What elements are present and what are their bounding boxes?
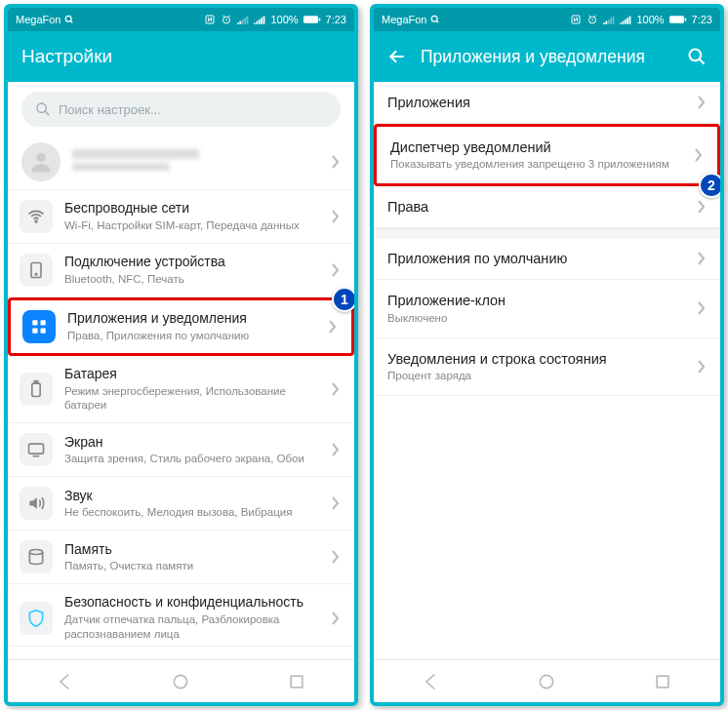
back-icon[interactable]	[387, 47, 407, 66]
step-badge-1: 1	[332, 287, 354, 312]
battery-row-icon	[20, 373, 53, 406]
chevron-right-icon	[331, 155, 341, 169]
row-sound[interactable]: Звук Не беспокоить, Мелодия вызова, Вибр…	[8, 477, 354, 531]
search-icon[interactable]	[687, 47, 707, 66]
row-display[interactable]: Экран Защита зрения, Стиль рабочего экра…	[8, 423, 354, 477]
row-storage[interactable]: Память Память, Очистка памяти	[8, 531, 354, 584]
row-sub: Датчик отпечатка пальца, Разблокировка р…	[64, 612, 319, 642]
row-title: Права	[387, 198, 685, 216]
display-icon	[20, 433, 53, 466]
row-title: Батарея	[64, 366, 319, 383]
row-notification-manager[interactable]: Диспетчер уведомлений Показывать уведомл…	[374, 124, 720, 186]
page-title: Приложения и уведомления	[421, 47, 645, 67]
avatar	[21, 142, 61, 181]
row-title: Диспетчер уведомлений	[390, 138, 682, 156]
search-mini-icon	[430, 15, 440, 24]
signal2-icon	[254, 15, 265, 24]
chevron-right-icon	[331, 496, 341, 510]
svg-point-23	[432, 16, 438, 21]
alarm-icon	[586, 14, 598, 25]
svg-point-29	[690, 50, 702, 61]
wifi-icon	[20, 200, 53, 233]
svg-line-24	[437, 20, 439, 22]
row-title: Память	[64, 541, 319, 559]
row-app-twin[interactable]: Приложение-клон Выключено	[374, 280, 720, 337]
svg-point-11	[35, 273, 37, 275]
row-title: Приложения по умолчанию	[387, 250, 685, 267]
signal-icon	[237, 15, 249, 24]
battery-icon	[669, 15, 687, 24]
row-statusbar-notif[interactable]: Уведомления и строка состояния Процент з…	[374, 338, 720, 396]
row-apps[interactable]: Приложения	[374, 82, 720, 124]
carrier-label: MegaFon	[382, 14, 426, 25]
phone-right: MegaFon 100% 7:23 Приложения и уведомлен…	[370, 4, 724, 706]
page-title: Настройки	[21, 46, 112, 67]
chevron-right-icon	[694, 148, 704, 162]
nav-back[interactable]	[56, 672, 75, 691]
row-sub: Показывать уведомления запрещено 3 прило…	[390, 157, 682, 172]
nav-home[interactable]	[537, 672, 556, 691]
row-title: Уведомления и строка состояния	[387, 350, 685, 368]
svg-rect-5	[318, 19, 320, 21]
storage-icon	[20, 540, 53, 573]
row-title: Безопасность и конфиденциальность	[64, 594, 319, 611]
row-apps-notifications[interactable]: Приложения и уведомления Права, Приложен…	[8, 297, 354, 356]
chevron-right-icon	[697, 200, 707, 214]
row-wireless[interactable]: Беспроводные сети Wi-Fi, Настройки SIM-к…	[8, 190, 354, 244]
chevron-right-icon	[331, 263, 341, 277]
svg-rect-16	[32, 383, 40, 396]
profile-row[interactable]	[8, 135, 354, 190]
search-mini-icon	[64, 15, 74, 24]
status-bar: MegaFon 100% 7:23	[374, 8, 720, 31]
svg-rect-32	[657, 676, 668, 688]
svg-rect-17	[34, 381, 37, 384]
signal-icon	[603, 15, 615, 24]
signal2-icon	[620, 15, 631, 24]
row-sub: Wi-Fi, Настройки SIM-карт, Передача данн…	[64, 218, 319, 233]
alarm-icon	[221, 14, 232, 25]
nav-bar	[8, 659, 354, 702]
nav-home[interactable]	[171, 672, 190, 691]
row-device-connection[interactable]: Подключение устройства Bluetooth, NFC, П…	[8, 244, 354, 297]
nfc-icon	[570, 14, 582, 25]
svg-rect-28	[684, 19, 686, 21]
time-label: 7:23	[692, 14, 712, 25]
apps-icon	[22, 310, 56, 343]
row-sub: Память, Очистка памяти	[64, 559, 319, 573]
chevron-right-icon	[331, 611, 341, 625]
row-title: Экран	[64, 434, 319, 452]
link-icon	[20, 254, 53, 287]
nav-bar	[374, 659, 720, 702]
row-sub: Bluetooth, NFC, Печать	[64, 272, 319, 287]
row-sub: Защита зрения, Стиль рабочего экрана, Об…	[64, 452, 319, 466]
svg-rect-15	[41, 329, 46, 334]
chevron-right-icon	[697, 360, 707, 374]
chevron-right-icon	[697, 301, 707, 315]
battery-label: 100%	[270, 14, 298, 25]
header: Приложения и уведомления	[374, 31, 720, 82]
row-title: Подключение устройства	[64, 254, 319, 271]
row-security[interactable]: Безопасность и конфиденциальность Датчик…	[8, 584, 354, 646]
header: Настройки	[8, 31, 354, 82]
chevron-right-icon	[331, 443, 341, 456]
time-label: 7:23	[326, 14, 346, 25]
row-permissions[interactable]: Права	[374, 186, 720, 228]
row-default-apps[interactable]: Приложения по умолчанию	[374, 238, 720, 280]
row-battery[interactable]: Батарея Режим энергосбережения, Использо…	[8, 356, 354, 423]
svg-point-21	[175, 675, 187, 688]
chevron-right-icon	[331, 550, 341, 564]
svg-point-8	[36, 153, 45, 162]
svg-point-9	[35, 220, 37, 222]
phone-left: MegaFon 100% 7:23 Настройки Поиск настро…	[4, 4, 358, 706]
nav-back[interactable]	[422, 672, 441, 691]
nav-recent[interactable]	[653, 672, 672, 691]
row-title: Приложение-клон	[387, 292, 685, 309]
svg-rect-4	[303, 16, 318, 23]
svg-point-31	[541, 675, 553, 688]
settings-list: Беспроводные сети Wi-Fi, Настройки SIM-к…	[8, 190, 354, 659]
shield-icon	[20, 602, 53, 635]
nav-recent[interactable]	[287, 672, 306, 691]
sound-icon	[20, 487, 53, 520]
search-input[interactable]: Поиск настроек...	[21, 92, 341, 127]
svg-line-7	[45, 111, 49, 115]
